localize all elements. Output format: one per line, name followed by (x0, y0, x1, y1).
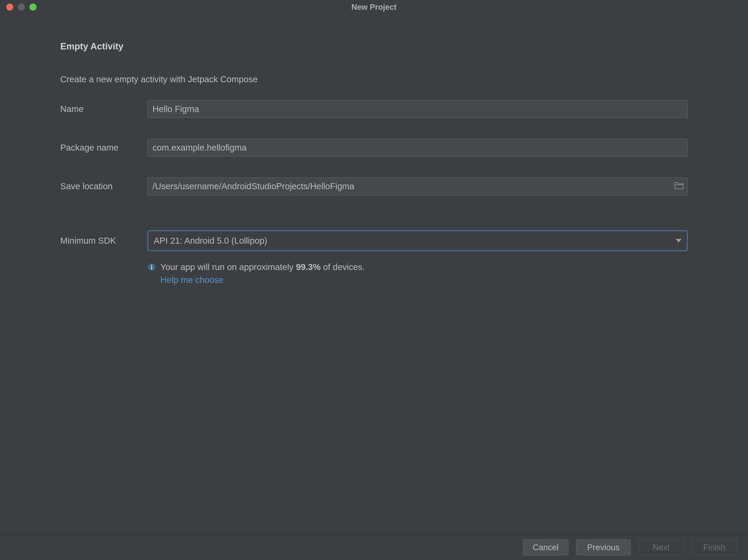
previous-button[interactable]: Previous (576, 539, 631, 555)
sdk-info: Your app will run on approximately 99.3%… (147, 262, 688, 285)
footer: Cancel Previous Next Finish (0, 534, 748, 560)
page-subheading: Create a new empty activity with Jetpack… (60, 74, 688, 84)
name-row: Name (60, 100, 688, 118)
location-row: Save location /Users/username/AndroidStu… (60, 177, 688, 195)
name-input[interactable] (147, 100, 688, 118)
info-prefix: Your app will run on approximately (160, 262, 296, 272)
window-title: New Project (0, 3, 748, 11)
close-window-button[interactable] (6, 3, 13, 10)
cancel-button[interactable]: Cancel (523, 539, 568, 555)
chevron-down-icon (676, 239, 681, 243)
info-icon (147, 263, 156, 271)
help-me-choose-link[interactable]: Help me choose (160, 275, 688, 285)
package-row: Package name (60, 139, 688, 156)
sdk-value: API 21: Android 5.0 (Lollipop) (154, 236, 267, 246)
name-label: Name (60, 104, 147, 114)
location-value: /Users/username/AndroidStudioProjects/He… (153, 181, 354, 191)
sdk-select[interactable]: API 21: Android 5.0 (Lollipop) (147, 230, 688, 251)
sdk-row: Minimum SDK API 21: Android 5.0 (Lollipo… (60, 232, 688, 250)
location-label: Save location (60, 181, 147, 191)
content-area: Empty Activity Create a new empty activi… (0, 14, 748, 534)
window-controls (6, 3, 37, 10)
info-percent: 99.3% (296, 262, 321, 272)
minimize-window-button[interactable] (18, 3, 25, 10)
finish-button: Finish (692, 539, 737, 555)
info-suffix: of devices. (321, 262, 365, 272)
new-project-window: New Project Empty Activity Create a new … (0, 0, 748, 560)
sdk-label: Minimum SDK (60, 236, 147, 246)
package-input[interactable] (147, 139, 688, 156)
sdk-coverage-text: Your app will run on approximately 99.3%… (147, 262, 688, 272)
svg-rect-1 (151, 267, 152, 269)
folder-icon[interactable] (674, 181, 684, 191)
location-input[interactable]: /Users/username/AndroidStudioProjects/He… (147, 177, 688, 195)
svg-point-2 (151, 265, 152, 266)
next-button: Next (638, 539, 684, 555)
page-heading: Empty Activity (60, 41, 688, 51)
package-label: Package name (60, 143, 147, 153)
zoom-window-button[interactable] (29, 3, 37, 10)
titlebar: New Project (0, 0, 748, 14)
